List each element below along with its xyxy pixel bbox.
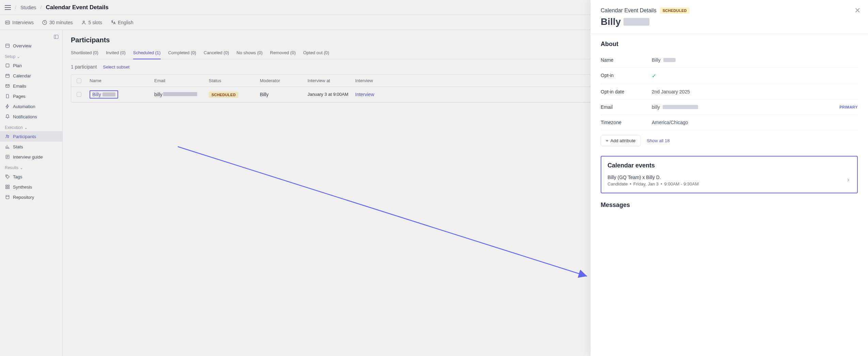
sidebar-item-repository[interactable]: Repository: [0, 192, 62, 202]
cell-interview-at: January 3 at 9:00AM: [305, 92, 352, 98]
breadcrumb-sep: /: [15, 5, 16, 10]
sidebar-item-label: Interview guide: [13, 154, 43, 160]
clock-icon: [42, 20, 47, 25]
guide-icon: [5, 154, 10, 160]
tab-canceled[interactable]: Canceled (0): [204, 50, 229, 59]
svg-rect-15: [6, 187, 7, 189]
breadcrumb-current: Calendar Event Details: [46, 4, 108, 11]
tab-scheduled[interactable]: Scheduled (1): [133, 50, 161, 59]
sidebar-item-label: Automation: [13, 104, 35, 109]
synthesis-icon: [5, 184, 10, 190]
sidebar: Overview Setup ⌄ Plan Calendar Emails Pa…: [0, 30, 63, 356]
col-email: Email: [152, 78, 206, 83]
context-duration[interactable]: 30 minutes: [42, 20, 73, 25]
sidebar-item-interview-guide[interactable]: Interview guide: [0, 152, 62, 162]
sidebar-section-results[interactable]: Results⌄: [0, 162, 62, 172]
sidebar-item-label: Notifications: [13, 114, 37, 119]
participant-name-link[interactable]: Billy: [92, 92, 101, 97]
details-drawer: ✕ Calendar Event Details SCHEDULED Billy…: [590, 0, 868, 356]
redacted-text: [624, 18, 649, 26]
calendar-events-section-highlighted: Calendar events Billy (GQ Team) x Billy …: [601, 156, 858, 193]
close-icon[interactable]: ✕: [854, 6, 861, 15]
select-subset-link[interactable]: Select subset: [103, 64, 129, 70]
svg-rect-13: [6, 185, 7, 187]
redacted-text: [663, 105, 698, 109]
sidebar-item-label: Participants: [13, 134, 36, 139]
svg-point-17: [6, 195, 9, 197]
language-icon: [110, 20, 116, 25]
tab-invited[interactable]: Invited (0): [106, 50, 126, 59]
sidebar-item-emails[interactable]: Emails: [0, 81, 62, 91]
sidebar-item-plan[interactable]: Plan: [0, 60, 62, 71]
col-interview: Interview: [352, 78, 407, 83]
chevron-down-icon: ⌄: [20, 165, 23, 170]
attr-row-name: Name Billy: [601, 53, 858, 68]
sidebar-item-pages[interactable]: Pages: [0, 91, 62, 101]
hamburger-menu-icon[interactable]: [5, 5, 11, 10]
sidebar-item-label: Overview: [13, 43, 31, 48]
redacted-text: [102, 92, 115, 97]
context-language[interactable]: English: [110, 20, 133, 25]
sidebar-collapse-icon[interactable]: [53, 34, 59, 41]
svg-point-12: [6, 176, 7, 176]
attr-label: Opt-in: [601, 73, 652, 79]
tag-icon: [5, 174, 10, 179]
cell-moderator: Billy: [257, 92, 305, 97]
chevron-right-icon: [846, 177, 851, 184]
attr-value: America/Chicago: [652, 120, 858, 125]
context-slots-label: 5 slots: [89, 20, 102, 25]
cell-email: billy: [152, 92, 206, 97]
sidebar-section-setup[interactable]: Setup ⌄: [0, 51, 62, 60]
sidebar-item-overview[interactable]: Overview: [0, 41, 62, 51]
svg-rect-4: [54, 35, 58, 39]
calendar-event-item[interactable]: Billy (GQ Team) x Billy D. Candidate•Fri…: [607, 175, 851, 187]
tab-removed[interactable]: Removed (0): [270, 50, 296, 59]
attr-row-optin-date: Opt-in date 2nd January 2025: [601, 84, 858, 100]
sidebar-item-label: Emails: [13, 84, 26, 89]
row-checkbox[interactable]: [77, 92, 81, 97]
attr-value: ✓: [652, 73, 858, 79]
sidebar-item-calendar[interactable]: Calendar: [0, 71, 62, 81]
tab-completed[interactable]: Completed (0): [168, 50, 196, 59]
pages-icon: [5, 93, 10, 99]
context-slots[interactable]: 5 slots: [81, 20, 102, 25]
interview-link[interactable]: Interview: [355, 92, 374, 97]
svg-rect-6: [6, 64, 9, 67]
stats-icon: [5, 144, 10, 149]
sidebar-item-participants[interactable]: Participants: [0, 131, 62, 142]
drawer-participant-name: Billy: [601, 16, 858, 27]
plus-icon: +: [606, 138, 609, 143]
tab-opted-out[interactable]: Opted out (0): [303, 50, 329, 59]
attr-value: billy PRIMARY: [652, 104, 858, 110]
interview-icon: [5, 20, 10, 25]
primary-badge: PRIMARY: [839, 105, 858, 109]
calendar-event-title: Billy (GQ Team) x Billy D.: [607, 175, 846, 180]
sidebar-item-notifications[interactable]: Notifications: [0, 112, 62, 122]
sidebar-section-execution[interactable]: Execution⌄: [0, 122, 62, 131]
person-icon: [81, 20, 86, 25]
tab-no-shows[interactable]: No shows (0): [237, 50, 263, 59]
col-status: Status: [206, 78, 257, 83]
tab-shortlisted[interactable]: Shortlisted (0): [71, 50, 98, 59]
sidebar-item-label: Pages: [13, 94, 26, 99]
sidebar-item-stats[interactable]: Stats: [0, 142, 62, 152]
breadcrumb-studies[interactable]: Studies: [20, 5, 36, 10]
svg-rect-5: [6, 44, 10, 48]
sidebar-item-synthesis[interactable]: Synthesis: [0, 182, 62, 192]
drawer-status-badge: SCHEDULED: [660, 8, 690, 14]
attr-label: Timezone: [601, 120, 652, 125]
select-all-checkbox[interactable]: [77, 78, 81, 83]
sidebar-item-label: Synthesis: [13, 184, 32, 190]
context-interviews[interactable]: Interviews: [5, 20, 34, 25]
participant-name-highlighted[interactable]: Billy: [90, 90, 118, 99]
context-interviews-label: Interviews: [12, 20, 34, 25]
status-badge: SCHEDULED: [209, 92, 238, 98]
add-attribute-button[interactable]: + Add attribute: [601, 135, 641, 146]
attr-label: Opt-in date: [601, 89, 652, 94]
sidebar-item-automation[interactable]: Automation: [0, 101, 62, 112]
attr-label: Name: [601, 57, 652, 63]
show-all-link[interactable]: Show all 18: [647, 138, 669, 143]
breadcrumb-sep: /: [41, 5, 42, 10]
sidebar-item-label: Repository: [13, 195, 34, 200]
sidebar-item-tags[interactable]: Tags: [0, 172, 62, 182]
